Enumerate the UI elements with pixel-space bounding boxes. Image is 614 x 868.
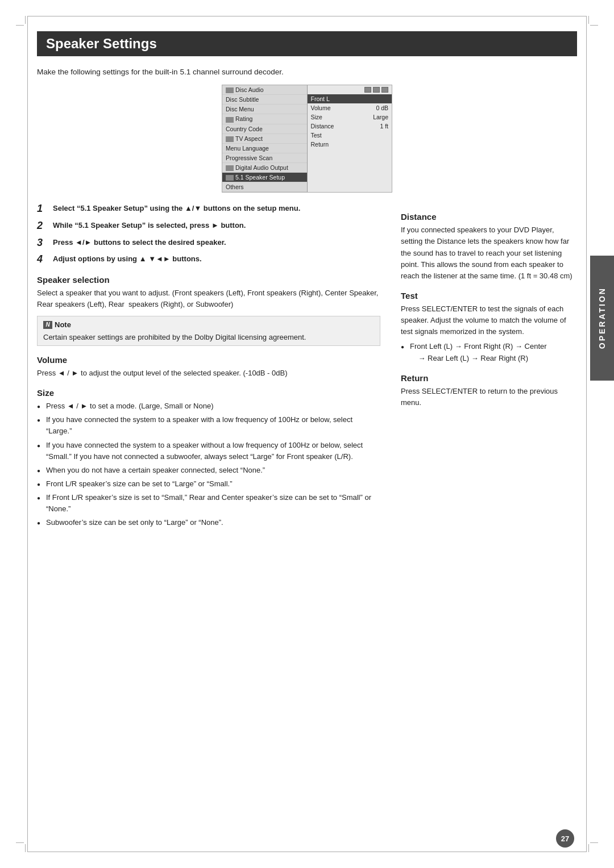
- heading-distance: Distance: [401, 212, 577, 222]
- text-distance: If you connected speakers to your DVD Pl…: [401, 224, 577, 282]
- size-bullet-item: Subwoofer’s size can be set only to “Lar…: [37, 517, 380, 528]
- left-column: 1Select “5.1 Speaker Setup” using the ▲/…: [37, 203, 380, 531]
- menu-left-item: Others: [222, 182, 307, 192]
- menu-right-item: Volume0 dB: [308, 103, 392, 112]
- text-return: Press SELECT/ENTER to return to the prev…: [401, 386, 577, 408]
- size-bullet-item: If you have connected the system to a sp…: [37, 440, 380, 462]
- menu-right-column: Front LVolume0 dBSizeLargeDistance1 ftTe…: [308, 85, 392, 192]
- menu-right-item: Distance1 ft: [308, 122, 392, 131]
- note-label: Note: [55, 319, 71, 331]
- mini-icon-2: [373, 87, 380, 93]
- menu-item-icon: [226, 117, 234, 123]
- text-volume: Press ◄ / ► to adjust the output level o…: [37, 368, 380, 379]
- tick-br-v: [588, 844, 589, 852]
- menu-left-item: Disc Menu: [222, 105, 307, 114]
- heading-volume: Volume: [37, 355, 380, 365]
- menu-left-item: Disc Audio: [222, 85, 307, 95]
- step-item: 3Press ◄/► buttons to select the desired…: [37, 237, 380, 249]
- note-header: N Note: [43, 319, 374, 331]
- size-bullet-item: When you do not have a certain speaker c…: [37, 465, 380, 476]
- size-bullet-item: Front L/R speaker’s size can be set to “…: [37, 478, 380, 490]
- size-bullet-item: If Front L/R speaker’s size is set to “S…: [37, 492, 380, 515]
- step-item: 4Adjust options by using ▲ ▼◄► buttons.: [37, 253, 380, 266]
- test-bullet-list: Front Left (L) → Front Right (R) → Cente…: [401, 341, 577, 364]
- step-number: 4: [37, 253, 48, 266]
- tick-tr-h: [590, 25, 598, 26]
- border-left: [27, 16, 28, 852]
- page-title-box: Speaker Settings: [37, 31, 577, 56]
- menu-left-column: Disc AudioDisc SubtitleDisc MenuRatingCo…: [222, 85, 308, 192]
- heading-size: Size: [37, 388, 380, 398]
- intro-text: Make the following settings for the buil…: [37, 66, 577, 78]
- step-text: Adjust options by using ▲ ▼◄► buttons.: [53, 253, 202, 265]
- menu-left-item: Progressive Scan: [222, 153, 307, 163]
- menu-left-item: Menu Language: [222, 144, 307, 153]
- section-volume: Volume Press ◄ / ► to adjust the output …: [37, 355, 380, 379]
- section-distance: Distance If you connected speakers to yo…: [401, 212, 577, 282]
- step-number: 1: [37, 203, 48, 215]
- page-title: Speaker Settings: [46, 36, 568, 52]
- section-return: Return Press SELECT/ENTER to return to t…: [401, 373, 577, 408]
- menu-item-icon: [226, 87, 234, 93]
- menu-right-item: Test: [308, 131, 392, 140]
- size-bullet-list: Press ◄ / ► to set a mode. (Large, Small…: [37, 400, 380, 528]
- step-item: 1Select “5.1 Speaker Setup” using the ▲/…: [37, 203, 380, 215]
- menu-item-icon: [226, 175, 234, 181]
- mini-icon-1: [364, 87, 371, 93]
- menu-image: Disc AudioDisc SubtitleDisc MenuRatingCo…: [222, 85, 392, 193]
- main-two-col: 1Select “5.1 Speaker Setup” using the ▲/…: [37, 203, 577, 531]
- tick-bl-v: [25, 844, 26, 852]
- operation-sidebar: OPERATION: [590, 256, 614, 381]
- border-right: [586, 16, 587, 852]
- step-text: Press ◄/► buttons to select the desired …: [53, 237, 226, 248]
- menu-right-items: Front LVolume0 dBSizeLargeDistance1 ftTe…: [308, 94, 392, 149]
- menu-right-item: SizeLarge: [308, 112, 392, 122]
- size-bullet-item: Press ◄ / ► to set a mode. (Large, Small…: [37, 400, 380, 412]
- menu-item-icon: [226, 136, 234, 142]
- note-icon: N: [43, 321, 52, 329]
- text-test: Press SELECT/ENTER to test the signals o…: [401, 303, 577, 337]
- section-speaker-selection: Speaker selection Select a speaker that …: [37, 275, 380, 346]
- heading-return: Return: [401, 373, 577, 383]
- tick-tl-h: [16, 25, 24, 26]
- tick-tr-v: [588, 16, 589, 24]
- main-content: Speaker Settings Make the following sett…: [37, 31, 577, 834]
- heading-test: Test: [401, 291, 577, 301]
- menu-right-item: Return: [308, 140, 392, 149]
- operation-label: OPERATION: [598, 287, 607, 349]
- section-test: Test Press SELECT/ENTER to test the sign…: [401, 291, 577, 364]
- mini-icon-3: [381, 87, 388, 93]
- size-bullet-item: If you have connected the system to a sp…: [37, 414, 380, 437]
- menu-icons: [308, 85, 392, 94]
- note-text: Certain speaker settings are prohibited …: [43, 332, 374, 343]
- step-text: Select “5.1 Speaker Setup” using the ▲/▼…: [53, 203, 300, 214]
- heading-speaker-selection: Speaker selection: [37, 275, 380, 285]
- step-text: While “5.1 Speaker Setup” is selected, p…: [53, 220, 246, 231]
- step-number: 2: [37, 220, 48, 232]
- menu-left-item: Rating: [222, 114, 307, 124]
- text-speaker-selection: Select a speaker that you want to adjust…: [37, 287, 380, 310]
- section-size: Size Press ◄ / ► to set a mode. (Large, …: [37, 388, 380, 528]
- right-column: Distance If you connected speakers to yo…: [401, 203, 577, 531]
- menu-right-item: Front L: [308, 94, 392, 103]
- menu-item-icon: [226, 165, 234, 171]
- steps-container: 1Select “5.1 Speaker Setup” using the ▲/…: [37, 203, 380, 265]
- note-box: N Note Certain speaker settings are proh…: [37, 316, 380, 346]
- test-bullet-1: Front Left (L) → Front Right (R) → Cente…: [401, 341, 577, 364]
- step-item: 2While “5.1 Speaker Setup” is selected, …: [37, 220, 380, 232]
- step-number: 3: [37, 237, 48, 249]
- border-top: [27, 16, 587, 16]
- menu-left-item: Country Code: [222, 124, 307, 134]
- menu-left-item: TV Aspect: [222, 134, 307, 144]
- tick-br-h: [590, 842, 598, 843]
- menu-left-item: 5.1 Speaker Setup: [222, 173, 307, 182]
- tick-tl-v: [25, 16, 26, 24]
- tick-bl-h: [16, 842, 24, 843]
- menu-left-item: Disc Subtitle: [222, 95, 307, 105]
- menu-left-item: Digital Audio Output: [222, 163, 307, 173]
- border-bottom: [27, 852, 587, 852]
